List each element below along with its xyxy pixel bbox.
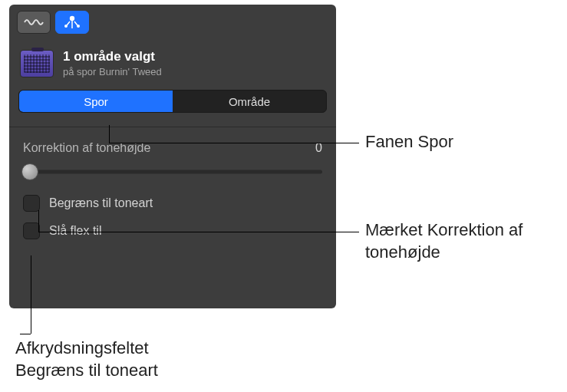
slider-thumb[interactable]: [21, 163, 38, 180]
callout-line: [20, 334, 31, 334]
enable-flex-label: Slå flex til: [49, 224, 101, 238]
toolbar: [9, 5, 336, 38]
limit-to-key-checkbox[interactable]: [23, 195, 40, 212]
callout-spor-tab: Fanen Spor: [365, 131, 453, 153]
selection-header-text: 1 område valgt på spor Burnin' Tweed: [63, 49, 162, 77]
callout-line: [31, 255, 31, 334]
selection-header: 1 område valgt på spor Burnin' Tweed: [9, 38, 336, 87]
enable-flex-checkbox[interactable]: [23, 222, 40, 239]
selection-title: 1 område valgt: [63, 49, 162, 64]
limit-to-key-row: Begræns til toneart: [23, 195, 322, 212]
region-split-icon: [64, 15, 81, 30]
waveform-icon: [24, 16, 44, 28]
spor-omrade-segment: Spor Område: [18, 90, 327, 113]
callout-line: [38, 210, 39, 232]
slider-track: [23, 170, 322, 174]
callout-line: [38, 232, 359, 232]
selection-subtitle: på spor Burnin' Tweed: [63, 66, 162, 77]
callout-line: [109, 125, 110, 143]
editor-panel: 1 område valgt på spor Burnin' Tweed Spo…: [9, 5, 336, 308]
enable-flex-row: Slå flex til: [23, 222, 322, 239]
callout-limit-checkbox: Afkrydsningsfeltet Begræns til toneart: [15, 338, 215, 381]
svg-point-2: [64, 25, 68, 28]
callout-pitch-slider: Mærket Korrektion af tonehøjde: [365, 219, 542, 263]
limit-to-key-label: Begræns til toneart: [49, 196, 153, 210]
callout-line: [109, 143, 359, 143]
region-mode-button[interactable]: [55, 11, 89, 34]
waveform-mode-button[interactable]: [17, 11, 51, 34]
tab-spor[interactable]: Spor: [19, 91, 173, 112]
amp-icon: [20, 50, 54, 77]
tab-omrade[interactable]: Område: [173, 91, 326, 112]
svg-point-1: [70, 16, 74, 21]
pitch-correction-slider[interactable]: [23, 163, 322, 181]
svg-point-3: [77, 25, 80, 28]
pitch-section: Korrektion af tonehøjde 0 Begræns til to…: [9, 127, 336, 239]
